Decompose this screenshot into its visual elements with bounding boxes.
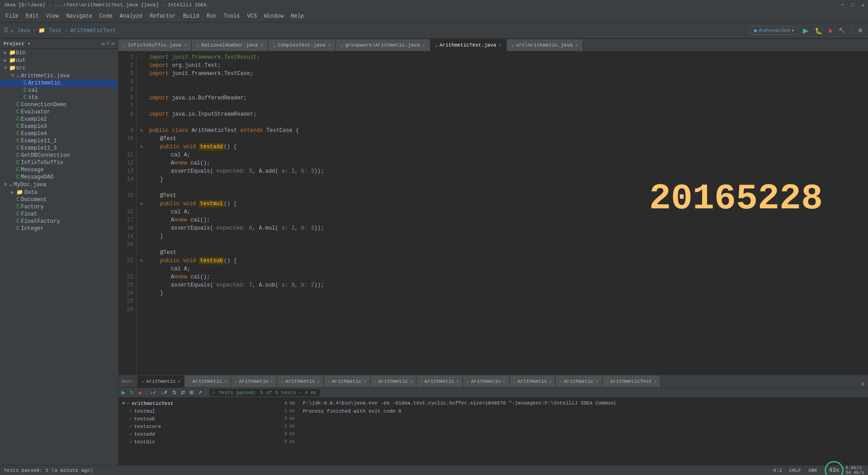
menu-file[interactable]: File — [2, 11, 22, 21]
tab-rationalnumber[interactable]: ☕ RationalNumber.java ✕ — [192, 39, 268, 51]
menu-navigate[interactable]: Navigate — [62, 11, 96, 21]
sidebar-item-example11-3[interactable]: C Example11_3 — [0, 145, 118, 152]
tab-groupwork-arithmetic[interactable]: ☕ groupwork\Arithmetic.java ✕ — [336, 39, 430, 51]
run-expand-btn[interactable]: ⇅ — [171, 389, 178, 396]
sidebar-item-document[interactable]: C Document — [0, 196, 118, 203]
run-play-btn[interactable]: ▶ — [120, 389, 127, 396]
run-tab-arithmetic-4[interactable]: ✓ Arithmetic ✕ — [277, 376, 324, 387]
code-editor[interactable]: 1 2 3 4 5 6 7 8 9 10 11 12 13 14 15 16 — [118, 52, 868, 375]
run-tab-arithmetic-1[interactable]: ✓ Arithmetic ✕ — [138, 376, 184, 387]
tab-arithmetictest[interactable]: ☕ ArithmeticTest.java ✕ — [430, 39, 507, 51]
status-crlf[interactable]: CRLF — [789, 468, 801, 473]
run-tab-arithmetic-6[interactable]: ✓ Arithmetic ✕ — [370, 376, 417, 387]
run-config-dropdown[interactable]: ▶ ArithmeticTest ▾ — [750, 26, 798, 35]
build-btn[interactable]: 🔨 — [837, 27, 847, 34]
run-collapse-btn[interactable]: ⇄ — [179, 389, 186, 396]
menu-analyze[interactable]: Analyze — [116, 11, 146, 21]
run-filter-passed-btn[interactable]: ↓✓ — [149, 389, 158, 396]
sidebar-item-example11-1[interactable]: C Example11_1 — [0, 137, 118, 145]
close-btn[interactable]: ✕ — [861, 2, 864, 8]
sidebar-header: Project ▾ ↻ ≡ ⚙ — [0, 39, 118, 49]
sidebar-item-evaluator[interactable]: C Evaluator — [0, 108, 118, 116]
run-stop-btn[interactable]: ■ — [137, 390, 143, 396]
tab-src-arithmetic[interactable]: ☕ src\Arithmetic.java ✕ — [507, 39, 583, 51]
sidebar-item-integer[interactable]: C Integer — [0, 225, 118, 232]
sidebar-item-float[interactable]: C Float — [0, 211, 118, 218]
sidebar-item-example2[interactable]: C Example2 — [0, 116, 118, 123]
sidebar-item-cal[interactable]: C cal — [0, 87, 118, 94]
code-line: ↻ public void testadd() { — [140, 143, 864, 151]
big-number-overlay: 20165228 — [649, 178, 823, 219]
minimize-btn[interactable]: ─ — [841, 2, 844, 8]
sidebar-item-example3[interactable]: C Example3 — [0, 123, 118, 130]
sidebar-collapse-icon[interactable]: ≡ — [107, 41, 110, 47]
sidebar-item-arithmetic-java[interactable]: ▼ ☕ Arithmetic.java — [0, 72, 118, 80]
menu-code[interactable]: Code — [96, 11, 116, 21]
run-sort-btn[interactable]: ⊞ — [188, 389, 195, 396]
menu-tools[interactable]: Tools — [220, 11, 244, 21]
run-tab-arithmetic-7[interactable]: ✓ Arithmetic ✕ — [416, 376, 463, 387]
sidebar-item-mydoc[interactable]: ▼ ☕ MyDoc.java — [0, 181, 118, 188]
run-btn[interactable]: ▶ — [801, 25, 810, 36]
menu-refactor[interactable]: Refactor — [146, 11, 179, 21]
sidebar-item-infixtosuffix[interactable]: C InfixToSuffix — [0, 159, 118, 166]
debug-btn[interactable]: 🐛 — [813, 26, 824, 35]
settings-btn[interactable]: ⚙ — [856, 27, 864, 34]
editor-area: ☕ InfixToSuffix.java ✕ ☕ RationalNumber.… — [118, 39, 868, 465]
sidebar-item-messagedao[interactable]: C MessageDAO — [0, 174, 118, 181]
sidebar-title: Project ▾ — [4, 41, 30, 47]
menu-help[interactable]: Help — [287, 11, 307, 21]
test-result-testdiv[interactable]: ✓ testdiv 0 ms — [120, 438, 297, 446]
sidebar-item-src[interactable]: ▼ 📁 src — [0, 64, 118, 72]
code-line: ↻ public class ArithmeticTest extends Te… — [140, 127, 864, 135]
menu-edit[interactable]: Edit — [22, 11, 42, 21]
run-panel-settings-icon[interactable]: ⚙ — [861, 381, 864, 387]
sidebar-sync-icon[interactable]: ↻ — [102, 41, 105, 47]
run-tab-arithmetic-9[interactable]: ✓ Arithmetic ✕ — [509, 376, 556, 387]
sidebar-item-data[interactable]: ▶ 📁 Data — [0, 188, 118, 196]
sidebar-item-out[interactable]: ▶ 📁 out — [0, 56, 118, 64]
status-charset[interactable]: GBK — [808, 468, 817, 473]
run-tab-arithmetic-8[interactable]: ✓ Arithmetic ✕ — [463, 376, 509, 387]
menu-run[interactable]: Run — [203, 11, 220, 21]
sidebar-item-connectiondemo[interactable]: C ConnectionDemo — [0, 101, 118, 108]
breadcrumb-test[interactable]: 📁 Test — [38, 27, 61, 34]
sidebar-item-bin[interactable]: ▶ 📁 bin — [0, 49, 118, 56]
stop-btn[interactable]: ■ — [827, 26, 834, 35]
sidebar-item-message[interactable]: C Message — [0, 166, 118, 174]
run-rerun-btn[interactable]: ↻ — [128, 389, 135, 396]
run-tab-arithmetic-10[interactable]: ✓ Arithmetic ✕ — [556, 376, 602, 387]
run-filter-failed-btn[interactable]: ↓✗ — [160, 389, 169, 396]
test-result-testmul[interactable]: ✓ testmul 2 ms — [120, 407, 297, 415]
sidebar-item-factory[interactable]: C Factory — [0, 203, 118, 211]
sidebar-settings-icon[interactable]: ⚙ — [111, 41, 114, 47]
breadcrumb-java[interactable]: ☕ Java — [10, 27, 30, 34]
sidebar-item-floatfactory[interactable]: C FloatFactory — [0, 218, 118, 225]
code-line: import java.io.InputStreamReader; — [140, 110, 864, 118]
breadcrumb-class[interactable]: ArithmeticTest — [71, 28, 116, 34]
code-line: cal A; — [140, 151, 864, 159]
test-result-testadd[interactable]: ✓ testadd 0 ms — [120, 430, 297, 438]
run-tab-arithmetic-3[interactable]: ✓ Arithmetic ✕ — [231, 376, 278, 387]
tab-complextest[interactable]: ☕ ComplexTest.java ✕ — [269, 39, 336, 51]
test-result-arithmetictest[interactable]: ▼ ✓ ArithmeticTest 4 ms — [120, 400, 297, 407]
run-tab-arithmetictest[interactable]: ✓ ArithmeticTest ✕ — [602, 376, 660, 387]
menu-build[interactable]: Build — [179, 11, 203, 21]
sidebar-item-getdbconnection[interactable]: C GetDBConnection — [0, 152, 118, 159]
menu-window[interactable]: Window — [260, 11, 287, 21]
menu-view[interactable]: View — [42, 11, 63, 21]
sidebar-item-sta[interactable]: C sta — [0, 94, 118, 101]
run-tab-arithmetic-5[interactable]: ✓ Arithmetic ✕ — [324, 376, 370, 387]
maximize-btn[interactable]: □ — [851, 2, 854, 8]
run-label: Run: — [118, 376, 138, 387]
run-export-btn[interactable]: ↗ — [197, 389, 203, 396]
sidebar-item-arithmetic-class[interactable]: C Arithmetic — [0, 80, 118, 87]
test-result-testsub[interactable]: ✓ testsub 0 ms — [120, 415, 297, 423]
code-line — [140, 78, 864, 86]
run-tabs: Run: ✓ Arithmetic ✕ ✓ Arithmetic ✕ ✓ Ari… — [118, 375, 868, 388]
test-result-testscore[interactable]: ✓ testscore 2 ms — [120, 423, 297, 430]
sidebar-item-example4[interactable]: C Example4 — [0, 130, 118, 137]
tab-infixtosuffix[interactable]: ☕ InfixToSuffix.java ✕ — [118, 39, 192, 51]
run-tab-arithmetic-2[interactable]: ✓ Arithmetic ✕ — [184, 376, 231, 387]
menu-vcs[interactable]: VCS — [244, 11, 261, 21]
